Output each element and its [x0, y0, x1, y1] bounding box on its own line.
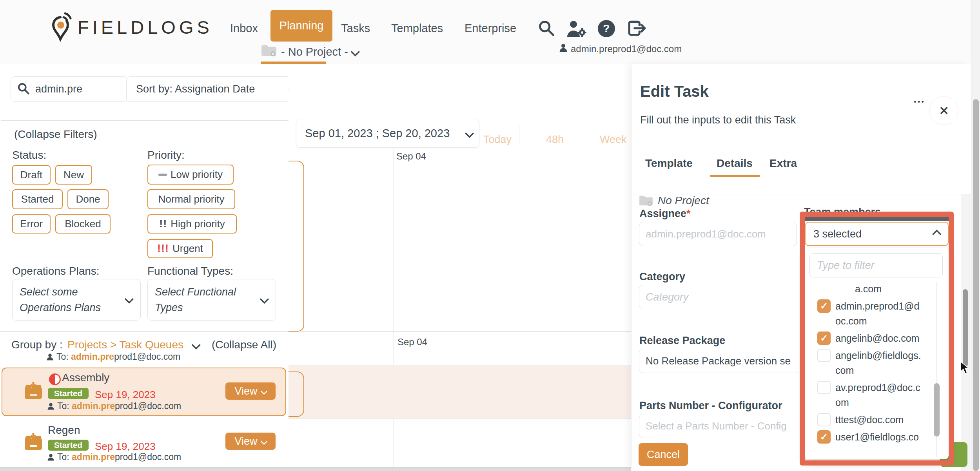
priority-filter-urgent[interactable]: !!! Urgent: [147, 239, 213, 258]
priority-filter-high[interactable]: !! High priority: [147, 214, 237, 234]
collapse-all-link[interactable]: (Collapse All): [212, 339, 276, 351]
member-label: angelinb@doc.com: [835, 331, 923, 346]
chevron-down-icon: [350, 47, 360, 56]
app-logo[interactable]: FIELDLOGS: [50, 11, 213, 43]
view-task-button[interactable]: View: [225, 433, 276, 450]
window-scrollbar[interactable]: [973, 99, 979, 471]
collapse-filters-link[interactable]: (Collapse Filters): [14, 128, 97, 141]
member-filter-input[interactable]: Type to filter: [809, 253, 943, 277]
member-label: tttest@doc.com: [835, 412, 923, 427]
member-checkbox[interactable]: [817, 430, 831, 444]
task-title[interactable]: Regen: [48, 424, 80, 437]
user-icon: [559, 43, 568, 55]
priority-label: High priority: [171, 218, 225, 230]
task-bar-fragment[interactable]: [289, 161, 304, 332]
account-menu[interactable]: admin.preprod1@doc.com: [559, 43, 682, 55]
status-filter-done[interactable]: Done: [67, 189, 109, 209]
member-option[interactable]: admin.preprod1@doc.com: [817, 299, 944, 328]
view-task-button[interactable]: View: [225, 382, 276, 400]
member-checkbox[interactable]: [817, 381, 831, 394]
chevron-down-icon: [260, 388, 267, 395]
member-option[interactable]: av.preprod1@doc.com: [817, 380, 944, 410]
divider: [0, 331, 631, 332]
task-date: Sep 19, 2023: [95, 440, 156, 453]
member-option[interactable]: tttest@doc.com: [817, 412, 944, 427]
panel-scrollbar[interactable]: [963, 289, 968, 367]
search-icon: [17, 82, 30, 96]
logout-icon[interactable]: [627, 20, 646, 38]
horizontal-scrollbar[interactable]: [0, 467, 631, 471]
nav-templates[interactable]: Templates: [391, 22, 443, 35]
project-selector-label: - No Project -: [281, 45, 348, 58]
team-members-count: 3 selected: [813, 228, 862, 240]
more-options-icon[interactable]: •••: [914, 98, 925, 106]
date-range-label: Sep 01, 2023 ; Sep 20, 2023: [305, 127, 450, 140]
urgent-icon: !!!: [157, 243, 169, 255]
mouse-cursor: [960, 361, 971, 376]
nav-tasks[interactable]: Tasks: [341, 22, 370, 35]
cancel-button[interactable]: Cancel: [639, 443, 688, 466]
priority-label: Normal priority: [158, 193, 224, 205]
team-members-list: a.com admin.preprod1@doc.com angelinb@do…: [807, 281, 944, 457]
priority-filter-normal[interactable]: Normal priority: [147, 189, 235, 209]
team-members-select[interactable]: 3 selected: [805, 222, 949, 246]
member-checkbox[interactable]: [817, 299, 831, 313]
chevron-down-icon: [260, 294, 269, 304]
status-filter-blocked[interactable]: Blocked: [55, 214, 111, 234]
priority-filter-low[interactable]: Low priority: [147, 165, 234, 185]
annotation-shadow: [805, 217, 949, 221]
help-icon[interactable]: ?: [597, 20, 615, 39]
task-project-label: No Project: [658, 194, 709, 207]
calendar-grid-line: [289, 149, 631, 149]
task-bar-fragment[interactable]: [289, 371, 304, 417]
group-by-select[interactable]: Projects > Task Queues: [67, 339, 183, 351]
tab-template[interactable]: Template: [645, 157, 693, 170]
assignee-field[interactable]: admin.preprod1@doc.com: [639, 222, 797, 246]
status-filter-error[interactable]: Error: [12, 214, 51, 234]
task-search-input[interactable]: admin.pre: [11, 76, 128, 102]
member-option[interactable]: user1@fieldlogs.co: [817, 429, 944, 444]
member-option[interactable]: a.com: [817, 281, 944, 296]
quick-range-week[interactable]: Week: [600, 134, 627, 146]
status-filter-draft[interactable]: Draft: [12, 165, 51, 185]
operations-plans-label: Operations Plans:: [12, 265, 100, 277]
tab-extra[interactable]: Extra: [769, 157, 797, 170]
tab-details[interactable]: Details: [717, 157, 753, 170]
member-option[interactable]: angelinb@fieldlogs.com: [817, 348, 944, 378]
task-title: Assembly: [62, 371, 109, 384]
panel-subtitle: Fill out the inputs to edit this Task: [640, 114, 796, 126]
member-option[interactable]: angelinb@doc.com: [817, 331, 944, 346]
partial-task-assignee: To: admin.preprod1@doc.com: [46, 351, 180, 362]
task-project: No Project: [638, 194, 709, 207]
project-selector[interactable]: - No Project -: [261, 44, 359, 60]
status-filter-started[interactable]: Started: [12, 189, 63, 209]
member-checkbox[interactable]: [817, 349, 831, 362]
selected-task-row-highlight: [289, 365, 631, 419]
member-checkbox[interactable]: [817, 413, 831, 426]
quick-range-today[interactable]: Today: [483, 134, 512, 146]
quick-range-48h[interactable]: 48h: [546, 134, 564, 146]
status-badge: Started: [48, 440, 89, 451]
nav-enterprise[interactable]: Enterprise: [465, 22, 516, 35]
member-label: angelinb@fieldlogs.com: [835, 348, 923, 378]
user-settings-icon[interactable]: [566, 20, 586, 39]
status-filter-new[interactable]: New: [55, 165, 92, 185]
operations-plans-placeholder: Select some Operations Plans: [20, 284, 103, 315]
top-nav-bar: FIELDLOGS Inbox Planning Tasks Templates…: [0, 0, 980, 64]
priority-filter-label: Priority:: [147, 149, 185, 161]
release-package-label: Release Package: [639, 335, 725, 347]
chevron-down-icon[interactable]: [191, 340, 201, 350]
nav-inbox[interactable]: Inbox: [230, 22, 258, 35]
functional-types-select[interactable]: Select Functional Types: [147, 279, 276, 321]
date-range-select[interactable]: Sep 01, 2023 ; Sep 20, 2023: [296, 119, 479, 148]
project-folder-icon: [261, 44, 277, 60]
member-checkbox[interactable]: [817, 332, 831, 345]
list-scrollbar[interactable]: [934, 383, 940, 437]
task-assignee: To: admin.preprod1@doc.com: [47, 401, 181, 411]
search-icon[interactable]: [538, 20, 555, 38]
operations-plans-select[interactable]: Select some Operations Plans: [12, 279, 141, 321]
sort-select[interactable]: Sort by: Assignation Date: [126, 76, 306, 102]
close-icon[interactable]: ✕: [929, 96, 958, 125]
release-package-value: No Release Package version se: [646, 355, 791, 367]
nav-planning[interactable]: Planning: [270, 10, 332, 42]
